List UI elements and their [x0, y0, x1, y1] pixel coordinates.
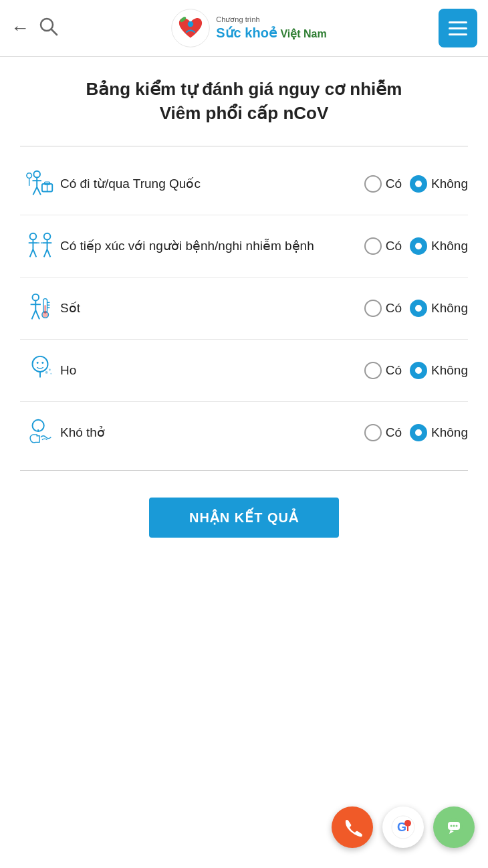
- q4-co-radio[interactable]: [364, 362, 382, 379]
- q2-khong-label: Không: [431, 239, 468, 253]
- map-fab[interactable]: G: [382, 806, 424, 848]
- svg-point-26: [32, 294, 39, 301]
- q1-co-group[interactable]: Có: [364, 175, 402, 193]
- q2-khong-group[interactable]: Không: [410, 237, 468, 255]
- chat-fab[interactable]: [433, 806, 475, 848]
- q1-co-radio[interactable]: [364, 175, 382, 193]
- svg-point-51: [453, 825, 455, 827]
- fever-icon: [24, 292, 56, 324]
- question-options-4: Có Không: [364, 362, 468, 379]
- header-left: ←: [11, 15, 59, 41]
- logo-text: Chương trình Sức khoẻ Việt Nam: [216, 15, 326, 40]
- question-icon-2: [20, 230, 60, 262]
- question-text-2: Có tiếp xúc với người bệnh/nghi nhiễm bệ…: [60, 238, 364, 253]
- q1-co-label: Có: [386, 177, 402, 191]
- bottom-spacer: [20, 551, 468, 631]
- svg-line-18: [30, 249, 33, 257]
- svg-line-8: [33, 187, 37, 195]
- question-row-1: Có đi từ/qua Trung Quốc Có Không: [20, 153, 468, 215]
- cough-icon: [24, 354, 56, 387]
- question-icon-3: [20, 292, 60, 324]
- map-icon: G: [391, 815, 415, 839]
- q5-co-group[interactable]: Có: [364, 424, 402, 441]
- question-options-3: Có Không: [364, 300, 468, 317]
- svg-point-52: [456, 825, 458, 827]
- svg-line-19: [33, 249, 36, 257]
- q3-khong-group[interactable]: Không: [410, 300, 468, 317]
- chat-icon: [443, 817, 465, 838]
- q5-khong-label: Không: [431, 425, 468, 440]
- svg-line-1: [51, 29, 57, 35]
- svg-point-20: [44, 233, 51, 240]
- svg-point-39: [41, 362, 43, 364]
- svg-point-37: [32, 356, 47, 372]
- q3-khong-radio[interactable]: [410, 300, 427, 317]
- back-button[interactable]: ←: [11, 17, 29, 39]
- q4-co-group[interactable]: Có: [364, 362, 402, 379]
- menu-button[interactable]: [439, 9, 477, 47]
- phone-fab[interactable]: [332, 806, 373, 848]
- question-options-5: Có Không: [364, 424, 468, 441]
- svg-point-15: [30, 233, 37, 240]
- question-text-1: Có đi từ/qua Trung Quốc: [60, 176, 364, 191]
- question-options-2: Có Không: [364, 237, 468, 255]
- svg-line-30: [35, 310, 39, 319]
- svg-point-41: [49, 368, 51, 370]
- q5-co-label: Có: [386, 425, 402, 440]
- q5-khong-radio[interactable]: [410, 424, 427, 441]
- q4-khong-label: Không: [431, 363, 468, 378]
- q5-khong-group[interactable]: Không: [410, 424, 468, 441]
- svg-point-5: [33, 171, 40, 178]
- contact-icon: [24, 230, 56, 262]
- search-button[interactable]: [37, 15, 59, 41]
- breathe-icon: [24, 417, 56, 449]
- question-text-5: Khó thở: [60, 425, 364, 440]
- question-icon-1: [20, 168, 60, 200]
- q3-co-label: Có: [386, 301, 402, 316]
- q2-co-radio[interactable]: [364, 237, 382, 255]
- q2-co-label: Có: [386, 239, 402, 253]
- svg-rect-33: [44, 305, 46, 313]
- logo-main: Sức khoẻ Việt Nam: [216, 25, 326, 41]
- page-title: Bảng kiểm tự đánh giá nguy cơ nhiễm Viêm…: [20, 77, 468, 126]
- question-icon-5: [20, 417, 60, 449]
- phone-icon: [342, 817, 363, 838]
- q1-khong-group[interactable]: Không: [410, 175, 468, 193]
- svg-point-38: [37, 362, 39, 364]
- main-content: Bảng kiểm tự đánh giá nguy cơ nhiễm Viêm…: [0, 57, 488, 645]
- q2-co-group[interactable]: Có: [364, 237, 402, 255]
- bottom-divider: [20, 470, 468, 471]
- submit-button[interactable]: NHẬN KẾT QUẢ: [149, 498, 339, 538]
- question-row-4: Ho Có Không: [20, 340, 468, 402]
- q4-khong-radio[interactable]: [410, 362, 427, 379]
- svg-point-13: [27, 173, 32, 178]
- app-header: ← Chương trình Sức khoẻ Việt Nam: [0, 0, 488, 57]
- travel-icon: [24, 168, 56, 200]
- q1-khong-label: Không: [431, 177, 468, 191]
- q4-khong-group[interactable]: Không: [410, 362, 468, 379]
- question-row-2: Có tiếp xúc với người bệnh/nghi nhiễm bệ…: [20, 215, 468, 278]
- logo-sub: Việt Nam: [280, 28, 326, 39]
- question-options-1: Có Không: [364, 175, 468, 193]
- q4-co-label: Có: [386, 363, 402, 378]
- question-text-4: Ho: [60, 363, 364, 378]
- q2-khong-radio[interactable]: [410, 237, 427, 255]
- svg-point-50: [451, 825, 453, 827]
- header-logo: Chương trình Sức khoẻ Việt Nam: [170, 8, 326, 48]
- q1-khong-radio[interactable]: [410, 175, 427, 193]
- top-divider: [20, 146, 468, 146]
- svg-rect-12: [45, 182, 50, 185]
- svg-line-29: [32, 310, 36, 319]
- q3-khong-label: Không: [431, 301, 468, 316]
- q3-co-radio[interactable]: [364, 300, 382, 317]
- svg-point-42: [50, 373, 51, 374]
- svg-point-40: [45, 371, 48, 374]
- questions-list: Có đi từ/qua Trung Quốc Có Không: [20, 153, 468, 463]
- svg-point-3: [188, 21, 194, 27]
- svg-line-9: [37, 187, 41, 195]
- q5-co-radio[interactable]: [364, 424, 382, 441]
- svg-line-23: [44, 249, 47, 257]
- q3-co-group[interactable]: Có: [364, 300, 402, 317]
- question-icon-4: [20, 354, 60, 387]
- logo-program: Chương trình: [216, 15, 326, 24]
